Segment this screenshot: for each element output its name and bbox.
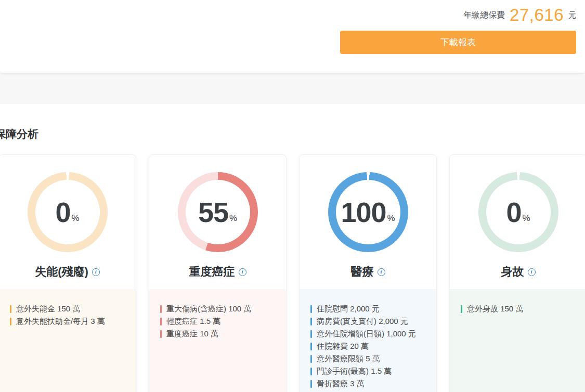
list-item: 意外住院增額(日額) 1,000 元: [310, 328, 429, 340]
item-accent-bar: [10, 305, 11, 313]
list-item: 住院慰問 2,000 元: [310, 303, 429, 315]
item-accent-bar: [10, 318, 11, 325]
list-item: 重大傷病(含癌症) 100 萬: [160, 303, 279, 315]
annual-premium-label: 年繳總保費: [463, 10, 505, 21]
info-icon[interactable]: [378, 268, 385, 276]
coverage-card-cancer: 55 % 重度癌症 重大傷病(含癌症) 100 萬 輕度癌症 1.5 萬: [149, 154, 287, 392]
item-accent-bar: [310, 330, 312, 338]
donut-chart-area: 0 % 失能(殘廢): [0, 155, 136, 289]
percent-value: 100: [341, 196, 386, 228]
info-icon[interactable]: [239, 268, 246, 276]
item-text: 重大傷病(含癌症) 100 萬: [166, 304, 251, 314]
annual-premium-value: 27,616: [510, 5, 564, 25]
item-accent-bar: [461, 305, 462, 313]
percent-value: 0: [506, 196, 521, 228]
donut-chart: 55 %: [178, 172, 258, 252]
item-accent-bar: [310, 343, 312, 350]
item-text: 意外失能扶助金/每月 3 萬: [16, 317, 105, 326]
donut-chart: 0 %: [478, 172, 558, 252]
percent-unit: %: [522, 213, 530, 224]
coverage-card-disability: 0 % 失能(殘廢) 意外失能金 150 萬 意外失能扶助金/每月 3 萬: [0, 154, 136, 392]
download-report-button[interactable]: 下載報表: [340, 31, 576, 54]
item-text: 重度癌症 10 萬: [166, 329, 218, 339]
list-item: 骨折醫療 3 萬: [310, 377, 429, 390]
card-title: 重度癌症: [189, 264, 235, 280]
coverage-item-list: 重大傷病(含癌症) 100 萬 輕度癌症 1.5 萬 重度癌症 10 萬: [149, 289, 286, 392]
item-accent-bar: [310, 305, 312, 313]
coverage-item-list: 住院慰問 2,000 元 病房費(實支實付) 2,000 元 意外住院增額(日額…: [300, 289, 436, 392]
item-text: 病房費(實支實付) 2,000 元: [317, 317, 408, 326]
item-accent-bar: [310, 355, 312, 363]
percent-value: 55: [198, 196, 228, 228]
donut-chart-area: 55 % 重度癌症: [149, 155, 286, 289]
item-text: 住院雜費 20 萬: [317, 342, 369, 351]
list-item: 住院雜費 20 萬: [310, 340, 429, 352]
annual-premium-unit: 元: [568, 10, 576, 20]
item-accent-bar: [310, 368, 312, 375]
percent-value: 0: [55, 196, 70, 228]
list-item: 病房費(實支實付) 2,000 元: [310, 315, 429, 328]
list-item: 重度癌症 10 萬: [160, 328, 279, 340]
info-icon[interactable]: [528, 268, 536, 276]
list-item: 意外失能金 150 萬: [10, 303, 128, 315]
percent-readout: 0 %: [28, 172, 108, 252]
item-text: 意外失能金 150 萬: [16, 304, 80, 314]
item-accent-bar: [160, 318, 162, 325]
list-item: 意外醫療限額 5 萬: [310, 352, 429, 365]
item-text: 門診手術(最高) 1.5 萬: [317, 367, 392, 376]
card-title: 身故: [501, 264, 524, 280]
card-title-row: 醫療: [300, 264, 436, 280]
item-text: 住院慰問 2,000 元: [317, 304, 380, 314]
coverage-item-list: 意外身故 150 萬: [450, 289, 585, 392]
percent-unit: %: [387, 213, 395, 224]
annual-premium-row: 年繳總保費 27,616 元: [463, 5, 576, 25]
coverage-cards-row: 0 % 失能(殘廢) 意外失能金 150 萬 意外失能扶助金/每月 3 萬: [0, 154, 585, 392]
list-item: 門診手術(最高) 1.5 萬: [310, 365, 429, 377]
item-accent-bar: [160, 305, 162, 313]
coverage-analysis-title: 保障分析: [0, 127, 38, 141]
card-title: 醫療: [351, 264, 374, 280]
item-text: 意外身故 150 萬: [467, 304, 523, 314]
percent-unit: %: [71, 213, 79, 224]
item-text: 意外醫療限額 5 萬: [317, 354, 380, 364]
donut-chart-area: 100 % 醫療: [300, 155, 436, 289]
list-item: 意外失能扶助金/每月 3 萬: [10, 315, 128, 328]
item-accent-bar: [310, 380, 312, 388]
percent-unit: %: [229, 213, 237, 224]
percent-readout: 55 %: [178, 172, 258, 252]
item-accent-bar: [160, 330, 162, 338]
coverage-card-death: 0 % 身故 意外身故 150 萬: [449, 154, 585, 392]
insurance-analysis-page: 年繳總保費 27,616 元 下載報表 保障分析 0 % 失能(殘廢): [0, 0, 585, 392]
card-title-row: 身故: [450, 264, 585, 280]
summary-panel: 年繳總保費 27,616 元 下載報表: [0, 0, 585, 73]
donut-chart: 100 %: [328, 172, 408, 252]
percent-readout: 100 %: [328, 172, 408, 252]
item-text: 骨折醫療 3 萬: [317, 379, 365, 389]
coverage-card-medical: 100 % 醫療 住院慰問 2,000 元 病房費(實支實付) 2,000 元: [299, 154, 437, 392]
donut-chart-area: 0 % 身故: [450, 155, 585, 289]
donut-chart: 0 %: [28, 172, 108, 252]
percent-readout: 0 %: [478, 172, 558, 252]
item-accent-bar: [310, 318, 312, 325]
list-item: 意外身故 150 萬: [461, 303, 579, 315]
section-divider: [0, 73, 585, 104]
card-title-row: 重度癌症: [149, 264, 286, 280]
item-text: 意外住院增額(日額) 1,000 元: [317, 329, 416, 339]
card-title-row: 失能(殘廢): [0, 264, 136, 280]
coverage-item-list: 意外失能金 150 萬 意外失能扶助金/每月 3 萬: [0, 289, 136, 392]
list-item: 輕度癌症 1.5 萬: [160, 315, 279, 328]
item-text: 輕度癌症 1.5 萬: [166, 317, 220, 326]
card-title: 失能(殘廢): [35, 264, 88, 280]
info-icon[interactable]: [92, 268, 100, 276]
